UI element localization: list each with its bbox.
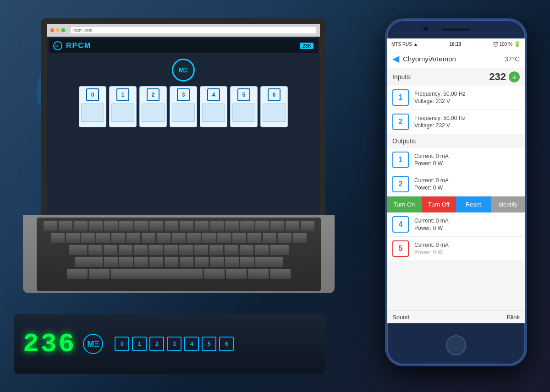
rpcm-port-2: 2 bbox=[139, 86, 167, 127]
port-chart bbox=[232, 103, 255, 122]
device-port-6: 6 bbox=[219, 337, 234, 351]
rpcm-port-icon-1: 1 bbox=[116, 88, 129, 101]
input2-frequency: Frequency: 50.00 Hz bbox=[414, 115, 465, 121]
outputs-label: Outputs: bbox=[392, 137, 417, 145]
rpcm-device: 236 MΞ 0 1 2 3 4 5 6 bbox=[14, 314, 325, 374]
phone-screen: MTS RUS ▲ 16:13 ⏰ 100 % 🔋 ◀ ChyornyiArte… bbox=[387, 38, 525, 323]
phone-mockup: MTS RUS ▲ 16:13 ⏰ 100 % 🔋 ◀ ChyornyiArte… bbox=[385, 18, 527, 366]
status-left: MTS RUS ▲ bbox=[391, 42, 418, 47]
output-icon-5: 5 bbox=[392, 240, 409, 257]
device-port-2: 2 bbox=[149, 337, 164, 351]
device-port-0: 0 bbox=[115, 337, 129, 351]
inputs-label: Inputs: bbox=[392, 73, 412, 81]
output4-current: Current: 0 mA bbox=[414, 218, 449, 224]
browser-dot-max bbox=[61, 28, 65, 32]
input-icon-1: 1 bbox=[392, 89, 409, 106]
port-chart bbox=[81, 103, 104, 122]
output1-current: Current: 0 mA bbox=[414, 153, 449, 159]
device-port-icons: 0 1 2 3 4 5 6 bbox=[115, 337, 234, 351]
phone-camera bbox=[424, 27, 428, 31]
reset-button[interactable]: Reset bbox=[456, 196, 491, 212]
output2-current: Current: 0 mA bbox=[414, 177, 449, 184]
browser-dot-min bbox=[56, 28, 60, 32]
status-right: ⏰ 100 % 🔋 bbox=[493, 41, 521, 47]
rpcm-badge: 236 bbox=[300, 43, 314, 49]
rpcm-title: RPCM bbox=[66, 42, 91, 50]
turn-off-button[interactable]: Turn Off bbox=[422, 196, 456, 212]
output-icon-2: 2 bbox=[392, 176, 409, 192]
outputs-header: Outputs: bbox=[387, 134, 525, 148]
rpcm-content: MΞ 0 1 2 bbox=[49, 53, 318, 131]
identify-button[interactable]: Identify bbox=[491, 196, 526, 212]
port-chart bbox=[142, 103, 165, 122]
input1-frequency: Frequency: 50.00 Hz bbox=[414, 91, 465, 97]
action-buttons: Turn On Turn Off Reset Identify bbox=[387, 196, 525, 212]
laptop-base bbox=[23, 215, 335, 293]
device-port-5: 5 bbox=[202, 337, 216, 351]
input2-voltage: Voltage: 232 V bbox=[414, 122, 465, 129]
rpcm-port-6: 6 bbox=[260, 86, 288, 127]
back-button[interactable]: ◀ bbox=[392, 53, 399, 64]
key-row-5 bbox=[40, 269, 317, 279]
input-icon-2: 2 bbox=[392, 114, 409, 130]
output-row-4: 4 Current: 0 mA Power: 0 W bbox=[387, 212, 525, 237]
voltage-number: 232 bbox=[489, 71, 506, 83]
rpcm-port-icon-2: 2 bbox=[147, 88, 160, 101]
output-data-2: Current: 0 mA Power: 0 W bbox=[414, 177, 449, 191]
rpcm-port-3: 3 bbox=[170, 86, 197, 127]
status-time: 16:13 bbox=[449, 42, 461, 47]
device-port-1: 1 bbox=[132, 337, 147, 351]
output1-power: Power: 0 W bbox=[414, 160, 449, 167]
output-icon-1: 1 bbox=[392, 152, 409, 168]
rpcm-circle-logo: MΞ bbox=[172, 59, 195, 82]
address-bar: rpcm.local bbox=[71, 27, 316, 33]
keyboard bbox=[37, 218, 321, 291]
browser-dot-close bbox=[50, 28, 54, 32]
port-chart bbox=[202, 103, 225, 122]
rpcm-port-icon-3: 3 bbox=[177, 88, 190, 101]
sound-label[interactable]: Sound bbox=[392, 314, 410, 321]
laptop-screen: rpcm.local MΞ RPCM 236 MΞ bbox=[41, 18, 325, 220]
phone-home-button[interactable] bbox=[446, 335, 466, 355]
output-row-1: 1 Current: 0 mA Power: 0 W bbox=[387, 148, 525, 172]
key-row-3 bbox=[40, 245, 317, 255]
turn-on-button[interactable]: Turn On bbox=[387, 196, 422, 212]
port-chart bbox=[263, 103, 286, 122]
wifi-icon: ▲ bbox=[413, 42, 418, 47]
phone-speaker bbox=[442, 28, 470, 31]
input-data-2: Frequency: 50.00 Hz Voltage: 232 V bbox=[414, 115, 465, 129]
blink-label[interactable]: Blink bbox=[507, 314, 520, 321]
status-bar: MTS RUS ▲ 16:13 ⏰ 100 % 🔋 bbox=[387, 38, 525, 49]
output-row-5: 5 Current: 0 mA Power: 0 W bbox=[387, 237, 525, 261]
app-header-left: ◀ ChyornyiArtemon bbox=[392, 53, 456, 64]
temperature-display: 37°C bbox=[504, 55, 520, 63]
rpcm-ports-row: 0 1 2 3 bbox=[79, 86, 288, 127]
device-display: 236 bbox=[23, 329, 76, 359]
rpcm-port-icon-6: 6 bbox=[268, 88, 280, 101]
input-row-1: 1 Frequency: 50.00 Hz Voltage: 232 V bbox=[387, 86, 525, 110]
app-header: ◀ ChyornyiArtemon 37°C bbox=[387, 49, 525, 68]
device-logo: MΞ bbox=[83, 334, 103, 354]
output2-power: Power: 0 W bbox=[414, 185, 449, 191]
key-row-1 bbox=[40, 221, 317, 231]
browser-bar: rpcm.local bbox=[47, 24, 320, 37]
output-data-4: Current: 0 mA Power: 0 W bbox=[414, 218, 449, 231]
rpcm-port-0: 0 bbox=[79, 86, 106, 127]
output-row-2: 2 Current: 0 mA Power: 0 W bbox=[387, 172, 525, 196]
output5-power: Power: 0 W bbox=[414, 249, 449, 256]
input-data-1: Frequency: 50.00 Hz Voltage: 232 V bbox=[414, 91, 465, 104]
input1-voltage: Voltage: 232 V bbox=[414, 98, 465, 104]
app-title: ChyornyiArtemon bbox=[403, 55, 456, 63]
output-icon-4: 4 bbox=[392, 216, 409, 233]
url-text: rpcm.local bbox=[73, 28, 92, 33]
rpcm-header: MΞ RPCM 236 bbox=[49, 38, 318, 53]
output4-power: Power: 0 W bbox=[414, 225, 449, 231]
rpcm-port-icon-0: 0 bbox=[86, 88, 99, 101]
input-row-2: 2 Frequency: 50.00 Hz Voltage: 232 V bbox=[387, 110, 525, 134]
device-port-3: 3 bbox=[167, 337, 182, 351]
device-port-4: 4 bbox=[184, 337, 199, 351]
output5-current: Current: 0 mA bbox=[414, 242, 449, 248]
port-chart bbox=[111, 103, 134, 122]
rpcm-logo: MΞ bbox=[53, 41, 62, 50]
inputs-header: Inputs: 232 ⏚ bbox=[387, 68, 525, 86]
